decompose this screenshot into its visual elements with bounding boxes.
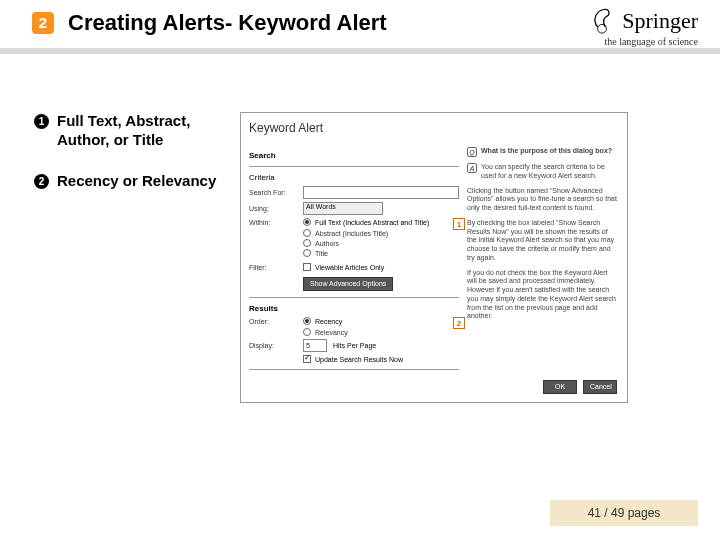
using-select[interactable]: All Words [303,202,383,215]
callout-marker-1: 1 [453,218,465,230]
brand-name: Springer [622,8,698,34]
filter-label: Filter: [249,264,303,271]
brand-tagline: the language of science [588,36,698,47]
order-radio-recency[interactable] [303,317,311,325]
display-count-input[interactable] [303,339,327,352]
help-paragraph: If you do not check the box the Keyword … [467,269,617,322]
header-step-badge: 2 [32,12,54,34]
order-label: Order: [249,318,303,325]
update-results-label: Update Search Results Now [315,356,403,363]
dialog-form: Search Criteria Search For: Using: All W… [249,147,459,392]
search-for-input[interactable] [303,186,459,199]
update-results-checkbox[interactable] [303,355,311,363]
divider [249,297,459,298]
search-section-label: Search [249,151,459,160]
search-for-label: Search For: [249,189,303,196]
header-underline [0,48,720,54]
keyword-alert-dialog: Keyword Alert Search Criteria Search For… [240,112,628,403]
brand-block: Springer the language of science [588,6,698,47]
criteria-label: Criteria [249,173,459,182]
help-paragraph: By checking the box labeled "Show Search… [467,219,617,263]
cancel-button[interactable]: Cancel [583,380,617,394]
dialog-title: Keyword Alert [249,121,619,135]
bullet-number-icon: 1 [34,114,49,129]
within-radio-authors[interactable] [303,239,311,247]
help-answer: You can specify the search criteria to b… [481,163,617,181]
bullet-text: Full Text, Abstract, Author, or Title [57,112,240,150]
show-advanced-button[interactable]: Show Advanced Options [303,277,393,291]
help-paragraph: Clicking the button named "Show Advanced… [467,187,617,213]
bullet-item: 1 Full Text, Abstract, Author, or Title [34,112,240,150]
answer-icon: A [467,163,477,173]
bullet-text: Recency or Relevancy [57,172,216,191]
within-radio-title[interactable] [303,249,311,257]
filter-checkbox[interactable] [303,263,311,271]
bullet-item: 2 Recency or Relevancy [34,172,240,191]
within-option-label: Authors [315,240,339,247]
divider [249,369,459,370]
page-counter: 41 / 49 pages [550,500,698,526]
left-bullets: 1 Full Text, Abstract, Author, or Title … [34,112,240,403]
dialog-help-panel: Q What is the purpose of this dialog box… [467,147,617,392]
within-option-label: Abstract (Includes Title) [315,230,388,237]
display-suffix: Hits Per Page [333,342,376,349]
results-section-label: Results [249,304,459,313]
help-question: What is the purpose of this dialog box? [481,147,612,157]
springer-horse-icon [588,6,616,34]
filter-checkbox-label: Viewable Articles Only [315,264,384,271]
within-option-label: Title [315,250,328,257]
callout-marker-2: 2 [453,317,465,329]
display-label: Display: [249,342,303,349]
within-radio-fulltext[interactable] [303,218,311,226]
within-option-label: Full Text (Includes Abstract and Title) [315,219,429,226]
order-radio-relevancy[interactable] [303,328,311,336]
slide-header: 2 Creating Alerts- Keyword Alert Springe… [0,0,720,66]
bullet-number-icon: 2 [34,174,49,189]
within-label: Within: [249,219,303,226]
order-option-label: Recency [315,318,342,325]
ok-button[interactable]: OK [543,380,577,394]
question-icon: Q [467,147,477,157]
order-option-label: Relevancy [315,329,348,336]
within-radio-abstract[interactable] [303,229,311,237]
using-label: Using: [249,205,303,212]
slide-title: Creating Alerts- Keyword Alert [68,10,387,36]
divider [249,166,459,167]
